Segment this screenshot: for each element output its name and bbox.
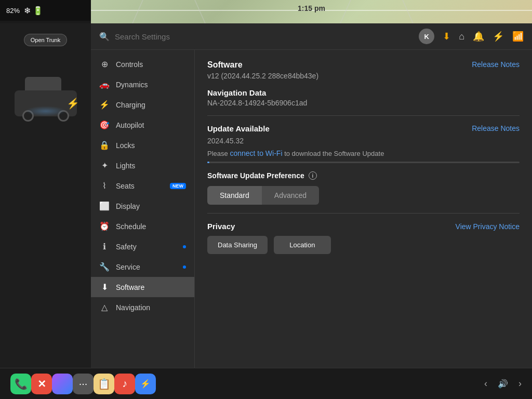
safety-dot xyxy=(183,245,186,248)
dock-dots-icon[interactable]: ··· xyxy=(73,374,94,394)
battery-icon: ❄ 🔋 xyxy=(24,6,43,16)
content-area: ⊕ Controls 🚗 Dynamics ⚡ Charging 🎯 Autop… xyxy=(91,50,532,368)
software-title: Software xyxy=(207,60,243,70)
dock-nav: ‹ 🔊 › xyxy=(484,378,522,389)
navigation-data-value: NA-2024.8-14924-5b6906c1ad xyxy=(207,99,520,107)
sidebar-item-autopilot[interactable]: 🎯 Autopilot xyxy=(91,115,194,135)
sidebar-item-navigation[interactable]: △ Navigation xyxy=(91,297,194,317)
wifi-link[interactable]: connect to Wi-Fi xyxy=(230,149,282,157)
location-button[interactable]: Location xyxy=(274,236,331,254)
sidebar-item-schedule[interactable]: ⏰ Schedule xyxy=(91,216,194,236)
standard-button[interactable]: Standard xyxy=(207,186,262,205)
bell-icon[interactable]: 🔔 xyxy=(473,31,484,42)
nav-back-icon[interactable]: ‹ xyxy=(484,378,487,389)
software-label: Software xyxy=(116,283,186,291)
locks-icon: 🔒 xyxy=(99,140,110,150)
sidebar-item-seats[interactable]: ⌇ Seats NEW xyxy=(91,176,194,196)
lights-icon: ✦ xyxy=(99,161,110,170)
update-preference-toggle: Standard Advanced xyxy=(207,186,520,205)
privacy-buttons: Data Sharing Location xyxy=(207,236,520,254)
software-version: v12 (2024.44.25.2 288ce84bb43e) xyxy=(207,72,520,80)
update-msg-prefix: Please xyxy=(207,150,228,157)
update-available-section: Update Available Release Notes 2024.45.3… xyxy=(207,124,520,163)
safety-icon: ℹ xyxy=(99,242,110,251)
sidebar-item-lights[interactable]: ✦ Lights xyxy=(91,155,194,176)
preference-section: Software Update Preference i Standard Ad… xyxy=(207,171,520,205)
data-sharing-button[interactable]: Data Sharing xyxy=(207,236,268,254)
settings-panel: 🔍 K ⬇ ⌂ 🔔 ⚡ 📶 ⊕ Controls 🚗 Dynamics ⚡ Ch… xyxy=(91,23,532,368)
search-input[interactable] xyxy=(115,32,419,41)
preference-info-icon[interactable]: i xyxy=(309,171,317,180)
dynamics-icon: 🚗 xyxy=(99,79,110,89)
divider-2 xyxy=(207,213,520,214)
signal-icon[interactable]: 📶 xyxy=(512,31,524,42)
map-area: 1:15 pm xyxy=(91,0,532,23)
display-label: Display xyxy=(116,202,186,210)
dock-orb-icon[interactable] xyxy=(52,374,73,394)
release-notes-link-2[interactable]: Release Notes xyxy=(472,124,520,132)
schedule-label: Schedule xyxy=(116,222,186,231)
safety-label: Safety xyxy=(116,243,177,251)
charging-lightning-icon: ⚡ xyxy=(66,97,79,110)
update-version-number: 2024.45.32 xyxy=(207,137,520,145)
avatar[interactable]: K xyxy=(419,29,434,44)
sidebar-item-controls[interactable]: ⊕ Controls xyxy=(91,54,194,74)
dock-wrench-icon[interactable]: ✕ xyxy=(31,374,52,394)
dock-music-icon[interactable]: ♪ xyxy=(114,374,135,394)
car-image: ⚡ xyxy=(9,51,82,155)
controls-icon: ⊕ xyxy=(99,59,110,69)
sidebar-item-locks[interactable]: 🔒 Locks xyxy=(91,135,194,155)
dock-bluetooth-icon[interactable]: ⚡ xyxy=(135,374,156,394)
preference-label: Software Update Preference i xyxy=(207,171,520,180)
autopilot-icon: 🎯 xyxy=(99,120,110,130)
download-icon[interactable]: ⬇ xyxy=(443,31,450,42)
controls-label: Controls xyxy=(116,60,186,69)
dock-notes-icon[interactable]: 📋 xyxy=(94,374,114,394)
view-privacy-notice-link[interactable]: View Privacy Notice xyxy=(456,222,520,231)
privacy-section: Privacy View Privacy Notice Data Sharing… xyxy=(207,222,520,254)
bottom-dock: 📞 ✕ ··· 📋 ♪ ⚡ ‹ 🔊 › xyxy=(0,368,532,399)
progress-bar-fill xyxy=(207,162,209,163)
dock-phone-icon[interactable]: 📞 xyxy=(10,374,31,394)
volume-control: 🔊 xyxy=(498,379,508,389)
update-progress-bar xyxy=(207,162,520,163)
seats-label: Seats xyxy=(116,182,164,190)
search-icon: 🔍 xyxy=(99,32,110,42)
locks-label: Locks xyxy=(116,141,186,150)
home-icon[interactable]: ⌂ xyxy=(459,31,464,42)
volume-icon[interactable]: 🔊 xyxy=(498,379,508,389)
privacy-title: Privacy xyxy=(207,222,235,231)
bluetooth-icon[interactable]: ⚡ xyxy=(493,31,504,42)
sidebar-item-display[interactable]: ⬜ Display xyxy=(91,196,194,216)
header-icons: K ⬇ ⌂ 🔔 ⚡ 📶 xyxy=(419,29,524,44)
update-msg-suffix: to download the Software Update xyxy=(284,150,384,157)
nav-forward-icon[interactable]: › xyxy=(518,378,522,389)
release-notes-link-1[interactable]: Release Notes xyxy=(472,60,520,69)
charging-label: Charging xyxy=(116,101,186,109)
privacy-header-row: Privacy View Privacy Notice xyxy=(207,222,520,231)
car-silhouette: ⚡ xyxy=(15,90,77,116)
autopilot-label: Autopilot xyxy=(116,121,186,129)
sidebar-item-charging[interactable]: ⚡ Charging xyxy=(91,95,194,115)
preference-title: Software Update Preference xyxy=(207,171,304,180)
advanced-button[interactable]: Advanced xyxy=(262,186,319,205)
software-icon: ⬇ xyxy=(99,282,110,292)
navigation-data-label: Navigation Data xyxy=(207,88,520,97)
status-bar: 82% ❄ 🔋 xyxy=(0,0,91,21)
lights-label: Lights xyxy=(116,162,186,170)
seats-new-badge: NEW xyxy=(170,183,186,189)
divider-1 xyxy=(207,115,520,116)
navigation-icon: △ xyxy=(99,302,110,312)
open-trunk-button[interactable]: Open Trunk xyxy=(24,34,67,46)
update-available-title: Update Available xyxy=(207,124,270,133)
update-message: Please connect to Wi-Fi to download the … xyxy=(207,149,520,157)
navigation-data-section: Navigation Data NA-2024.8-14924-5b6906c1… xyxy=(207,88,520,107)
service-label: Service xyxy=(116,263,177,271)
battery-status: 82% xyxy=(6,7,20,15)
sidebar-item-software[interactable]: ⬇ Software xyxy=(91,277,194,297)
car-roof xyxy=(25,77,61,91)
service-icon: 🔧 xyxy=(99,262,110,272)
sidebar-item-safety[interactable]: ℹ Safety xyxy=(91,236,194,257)
sidebar-item-service[interactable]: 🔧 Service xyxy=(91,257,194,277)
sidebar-item-dynamics[interactable]: 🚗 Dynamics xyxy=(91,74,194,95)
